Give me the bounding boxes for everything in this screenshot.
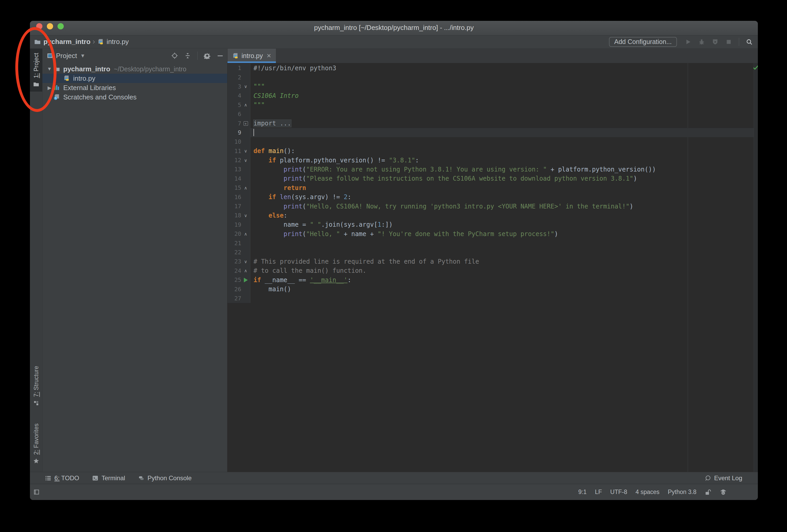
line-number[interactable]: 19 xyxy=(228,221,241,228)
line-number[interactable]: 13 xyxy=(228,166,241,173)
code-text[interactable]: else: xyxy=(250,212,758,219)
line-number[interactable]: 1 xyxy=(228,65,241,71)
editor-body[interactable]: 1#!/usr/bin/env python323∨"""4CS106A Int… xyxy=(228,63,758,472)
project-view-selector[interactable]: Project xyxy=(56,52,77,60)
code-text[interactable]: # to call the main() function. xyxy=(250,267,758,274)
code-line-13[interactable]: 13 print("ERROR: You are not using Pytho… xyxy=(228,165,758,174)
code-line-17[interactable]: 17 print("Hello, CS106A! Now, try runnin… xyxy=(228,202,758,211)
code-text[interactable]: return xyxy=(250,184,758,192)
fold-end-icon[interactable]: ∧ xyxy=(244,185,247,191)
gutter[interactable]: 22 xyxy=(228,248,250,257)
gear-icon[interactable] xyxy=(204,52,211,59)
code-line-6[interactable]: 6 xyxy=(228,110,758,119)
line-number[interactable]: 20 xyxy=(228,231,241,237)
code-line-25[interactable]: 25if __name__ == '__main__': xyxy=(228,275,758,284)
line-number[interactable]: 18 xyxy=(228,212,241,219)
breadcrumb-file-label[interactable]: intro.py xyxy=(107,38,129,46)
gutter[interactable]: 3∨ xyxy=(228,82,250,91)
gutter[interactable]: 24∧ xyxy=(228,266,250,275)
gutter[interactable]: 11∨ xyxy=(228,147,250,156)
caret-position[interactable]: 9:1 xyxy=(578,489,587,495)
fold-open-icon[interactable]: ∨ xyxy=(244,84,247,89)
line-number[interactable]: 2 xyxy=(228,74,241,81)
code-text[interactable] xyxy=(250,128,758,137)
stop-icon[interactable] xyxy=(725,39,732,45)
code-text[interactable]: #!/usr/bin/env python3 xyxy=(250,65,758,72)
minimize-button[interactable] xyxy=(47,23,53,29)
gutter[interactable]: 9 xyxy=(228,128,250,137)
fold-expand-icon[interactable]: + xyxy=(243,121,248,126)
gutter[interactable]: 21 xyxy=(228,238,250,248)
zoom-button[interactable] xyxy=(58,23,64,29)
code-line-9[interactable]: 9 xyxy=(228,128,758,137)
indent-setting[interactable]: 4 spaces xyxy=(636,489,659,495)
code-line-11[interactable]: 11∨def main(): xyxy=(228,147,758,156)
code-text[interactable]: CS106A Intro xyxy=(250,92,758,100)
code-text[interactable]: if __name__ == '__main__': xyxy=(250,276,758,284)
gutter[interactable]: 7+ xyxy=(228,119,250,128)
fold-end-icon[interactable]: ∧ xyxy=(244,231,247,237)
gutter[interactable]: 15∧ xyxy=(228,183,250,192)
gutter[interactable]: 12∨ xyxy=(228,156,250,165)
gutter[interactable]: 1 xyxy=(228,64,250,72)
python-console-tool-window-button[interactable]: Python Console xyxy=(138,474,192,482)
locate-file-icon[interactable] xyxy=(171,52,178,59)
gutter[interactable]: 17 xyxy=(228,202,250,211)
line-number[interactable]: 5 xyxy=(228,102,241,108)
coverage-icon[interactable] xyxy=(712,39,719,45)
code-line-20[interactable]: 20∧ print("Hello, " + name + "! You're d… xyxy=(228,229,758,238)
gutter[interactable]: 4 xyxy=(228,91,250,100)
tree-item-scratches-and-consoles[interactable]: Scratches and Consoles xyxy=(42,92,227,102)
fold-open-icon[interactable]: ∨ xyxy=(244,148,247,153)
code-line-3[interactable]: 3∨""" xyxy=(228,82,758,91)
code-text[interactable]: if len(sys.argv) != 2: xyxy=(250,193,758,201)
code-line-7[interactable]: 7+import ... xyxy=(228,119,758,128)
gutter[interactable]: 5∧ xyxy=(228,101,250,110)
line-number[interactable]: 10 xyxy=(228,139,241,145)
gutter[interactable]: 20∧ xyxy=(228,229,250,238)
line-number[interactable]: 12 xyxy=(228,157,241,164)
error-stripe[interactable] xyxy=(754,63,758,472)
fold-open-icon[interactable]: ∨ xyxy=(244,259,247,264)
unlocked-icon[interactable] xyxy=(705,489,711,495)
line-number[interactable]: 24 xyxy=(228,268,241,274)
code-line-22[interactable]: 22 xyxy=(228,248,758,257)
line-ending[interactable]: LF xyxy=(595,489,602,495)
gutter[interactable]: 23∨ xyxy=(228,257,250,266)
gutter[interactable]: 26 xyxy=(228,284,250,294)
code-line-2[interactable]: 2 xyxy=(228,72,758,82)
code-text[interactable]: import ... xyxy=(250,120,758,127)
gutter[interactable]: 16 xyxy=(228,192,250,201)
fold-end-icon[interactable]: ∧ xyxy=(244,268,247,273)
interpreter[interactable]: Python 3.8 xyxy=(668,489,697,495)
line-number[interactable]: 7 xyxy=(228,120,241,127)
code-text[interactable]: def main(): xyxy=(250,147,758,155)
code-line-23[interactable]: 23∨# This provided line is required at t… xyxy=(228,257,758,266)
code-line-10[interactable]: 10 xyxy=(228,137,758,146)
code-line-24[interactable]: 24∧# to call the main() function. xyxy=(228,266,758,275)
line-number[interactable]: 26 xyxy=(228,286,241,293)
gutter[interactable]: 27 xyxy=(228,294,250,303)
gutter[interactable]: 19 xyxy=(228,220,250,229)
structure-tool-window-button[interactable]: 7: Structure xyxy=(30,362,42,410)
gutter[interactable]: 2 xyxy=(228,72,250,82)
line-number[interactable]: 21 xyxy=(228,240,241,247)
code-text[interactable]: print("Please follow the instructions on… xyxy=(250,175,758,182)
favorites-tool-window-button[interactable]: 2: Favorites xyxy=(30,419,42,468)
gutter[interactable]: 25 xyxy=(228,275,250,284)
line-number[interactable]: 14 xyxy=(228,175,241,182)
fold-end-icon[interactable]: ∧ xyxy=(244,102,247,107)
line-number[interactable]: 3 xyxy=(228,83,241,90)
line-number[interactable]: 11 xyxy=(228,148,241,154)
line-number[interactable]: 15 xyxy=(228,185,241,191)
line-number[interactable]: 22 xyxy=(228,249,241,256)
search-everywhere-icon[interactable] xyxy=(746,39,753,45)
fold-open-icon[interactable]: ∨ xyxy=(244,213,247,218)
inspections-profile-icon[interactable] xyxy=(720,489,727,495)
tab-close-icon[interactable]: ✕ xyxy=(267,52,271,59)
code-line-14[interactable]: 14 print("Please follow the instructions… xyxy=(228,174,758,183)
tree-item-pycharm-intro[interactable]: ▼pycharm_intro~/Desktop/pycharm_intro xyxy=(42,64,227,74)
tree-item-external-libraries[interactable]: ▶External Libraries xyxy=(42,83,227,92)
tool-window-layout-icon[interactable] xyxy=(33,489,40,495)
code-text[interactable]: """ xyxy=(250,101,758,109)
